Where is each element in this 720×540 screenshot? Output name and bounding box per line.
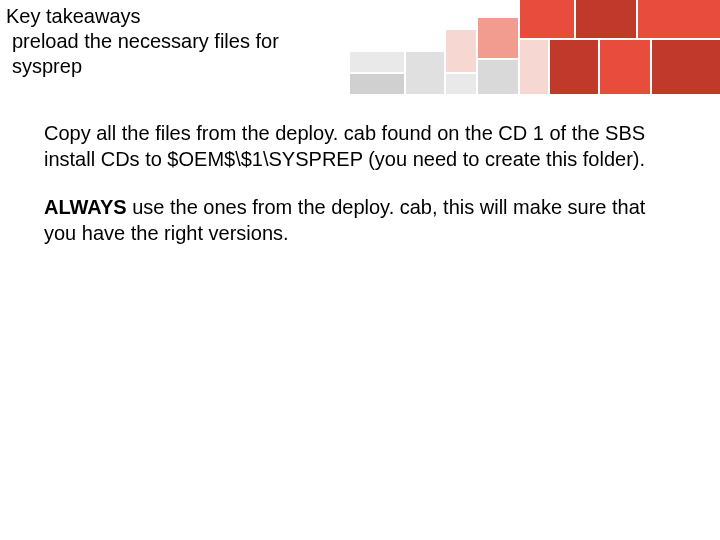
paragraph-1: Copy all the files from the deploy. cab …	[44, 120, 664, 172]
emphasis-always: ALWAYS	[44, 196, 127, 218]
slide-title: Key takeaways	[6, 4, 336, 29]
slide-body: Copy all the files from the deploy. cab …	[44, 120, 664, 268]
slide-subtitle: preload the necessary files for sysprep	[6, 29, 336, 79]
decorative-squares	[350, 0, 720, 100]
slide-header: Key takeaways preload the necessary file…	[6, 4, 336, 79]
paragraph-2: ALWAYS use the ones from the deploy. cab…	[44, 194, 664, 246]
paragraph-2-rest: use the ones from the deploy. cab, this …	[44, 196, 645, 244]
